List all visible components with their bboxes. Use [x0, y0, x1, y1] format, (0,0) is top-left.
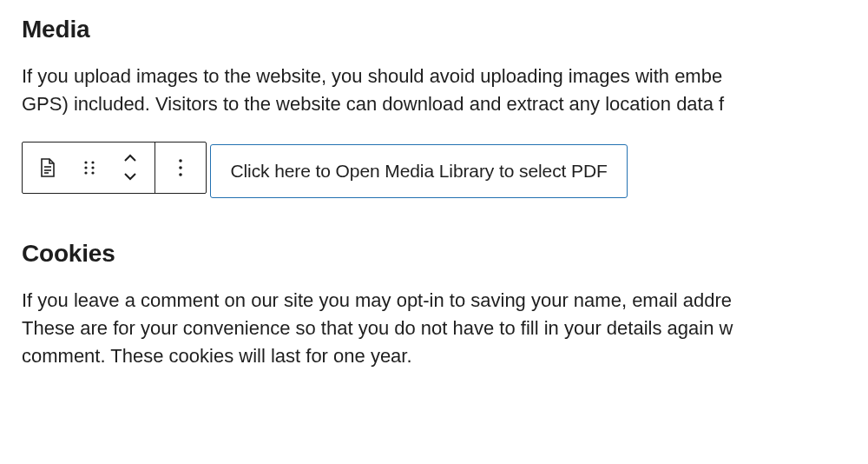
chevron-down-icon: [122, 171, 138, 181]
svg-point-3: [84, 161, 87, 163]
toolbar-group-options: [155, 143, 206, 193]
pdf-block-placeholder: Click here to Open Media Library to sele…: [210, 144, 627, 198]
media-paragraph-line2: GPS) included. Visitors to the website c…: [22, 90, 868, 118]
block-movers: [109, 143, 151, 193]
block-type-button[interactable]: [26, 143, 69, 193]
document-icon: [39, 158, 56, 177]
cookies-paragraph-line1: If you leave a comment on our site you m…: [22, 287, 868, 315]
media-paragraph-line1: If you upload images to the website, you…: [22, 63, 868, 90]
svg-point-10: [179, 166, 182, 169]
block-toolbar: [22, 142, 207, 194]
block-options-button[interactable]: [159, 143, 202, 193]
cookies-paragraph-line3: comment. These cookies will last for one…: [22, 342, 868, 370]
chevron-up-icon: [122, 154, 138, 163]
drag-handle-button[interactable]: [69, 143, 109, 193]
media-heading: Media: [22, 16, 868, 43]
svg-point-6: [91, 166, 94, 169]
more-vertical-icon: [178, 158, 183, 177]
move-up-button[interactable]: [115, 150, 146, 168]
svg-point-7: [84, 171, 87, 174]
cookies-heading: Cookies: [22, 240, 868, 268]
move-down-button[interactable]: [115, 168, 146, 185]
toolbar-group-block: [23, 143, 155, 193]
svg-point-9: [179, 159, 182, 162]
svg-point-8: [91, 171, 94, 174]
drag-handle-icon: [82, 160, 97, 176]
open-media-library-button[interactable]: Click here to Open Media Library to sele…: [230, 161, 607, 182]
svg-point-11: [179, 173, 182, 176]
svg-point-4: [91, 161, 94, 163]
svg-point-5: [84, 166, 87, 169]
cookies-paragraph-line2: These are for your convenience so that y…: [22, 315, 868, 342]
